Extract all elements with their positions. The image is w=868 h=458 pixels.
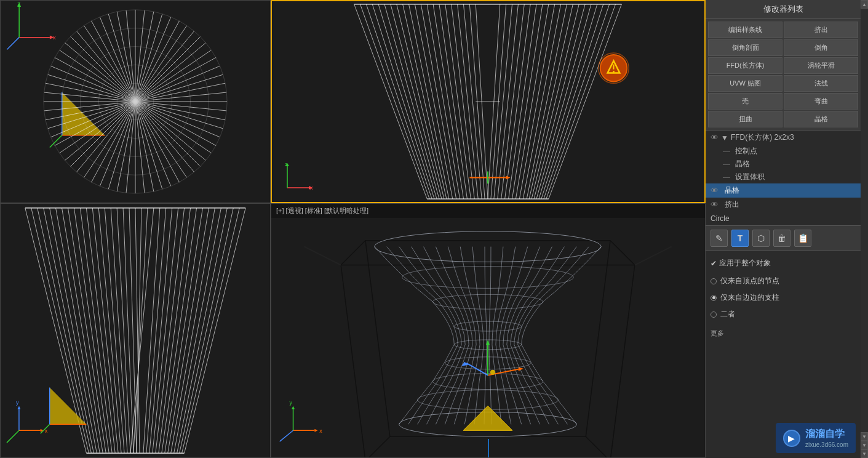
stack-item-lattice[interactable]: 👁 晶格 (706, 183, 861, 198)
mod-btn-twist[interactable]: 扭曲 (708, 111, 782, 127)
delete-icon: 🗑 (778, 233, 786, 243)
stack-item-circle[interactable]: Circle (706, 212, 861, 225)
mod-btn-uvw[interactable]: UVW 贴图 (708, 75, 782, 92)
stack-child-label-control: 控制点 (735, 146, 757, 156)
radio-both[interactable] (711, 311, 717, 318)
svg-text:x: x (319, 428, 322, 434)
copy-icon: 📋 (798, 233, 808, 243)
copy-tool-btn[interactable]: 📋 (794, 230, 811, 247)
mod-btn-ffd[interactable]: FFD(长方体) (708, 57, 782, 74)
viewport-top-right[interactable]: x z (271, 0, 706, 203)
both-label: 二者 (720, 309, 735, 319)
stack-label-lattice: 晶格 (725, 185, 739, 196)
stack-item-ffd[interactable]: 👁 ▼ FFD(长方体) 2x2x3 (706, 131, 861, 145)
radio-edges[interactable] (711, 295, 717, 301)
prop-only-edges[interactable]: 仅来自边边的支柱 (711, 291, 856, 305)
modifier-stack: 👁 ▼ FFD(长方体) 2x2x3 — 控制点 — 晶格 — 设置体积 (706, 130, 861, 226)
modifier-buttons-grid: 编辑样条线 挤出 倒角剖面 倒角 FFD(长方体) 涡轮平滑 UVW 贴图 法线… (706, 19, 861, 130)
svg-text:x: x (53, 34, 56, 41)
scroll-down-btn-2[interactable]: ▼ (861, 441, 868, 449)
edges-label: 仅来自边边的支柱 (720, 292, 779, 303)
svg-point-102 (613, 71, 615, 73)
mod-btn-shell[interactable]: 壳 (708, 93, 782, 110)
stack-label-circle: Circle (711, 214, 730, 223)
stack-child-lattice[interactable]: — 晶格 (718, 158, 861, 171)
scroll-down-btn-3[interactable]: ▼ (861, 449, 868, 458)
viewport-bottom-right[interactable]: [+] [透视] [标准] [默认明暗处理] (271, 203, 706, 458)
watermark-text-container: 溜溜自学 zixue.3d66.com (805, 428, 848, 448)
pin-tool-btn[interactable]: ✎ (711, 230, 728, 247)
panel-title: 修改器列表 (706, 0, 861, 19)
watermark-icon: ▶ (783, 430, 800, 447)
vertices-label: 仅来自顶点的节点 (720, 276, 779, 286)
viewport-bottom-left[interactable]: x y (0, 203, 271, 458)
apply-all-label: 应用于整个对象 (719, 258, 771, 268)
stack-child-set-volume[interactable]: — 设置体积 (718, 171, 861, 183)
radio-vertices[interactable] (711, 278, 717, 284)
mod-btn-extrude[interactable]: 挤出 (784, 22, 858, 38)
stack-child-control-point[interactable]: — 控制点 (718, 145, 861, 158)
svg-text:x: x (310, 185, 313, 191)
stack-item-extrude[interactable]: 👁 挤出 (706, 198, 861, 212)
eye-icon-ffd[interactable]: 👁 (711, 133, 719, 142)
checkmark-icon: ✔ (711, 259, 717, 268)
viewport-top-left[interactable]: x z (0, 0, 271, 203)
prop-apply-all: ✔ 应用于整个对象 (711, 256, 856, 270)
type-icon: T (738, 233, 743, 243)
prop-both[interactable]: 二者 (711, 307, 856, 321)
mod-btn-turbosmooth[interactable]: 涡轮平滑 (784, 57, 858, 74)
side-scrollbar: ▲ ▼ ▼ ▼ (861, 0, 868, 458)
stack-child-label-lattice: 晶格 (735, 159, 750, 169)
mod-btn-lattice[interactable]: 晶格 (784, 111, 858, 127)
scroll-up-btn[interactable]: ▲ (861, 0, 868, 9)
hex-icon: ⬡ (757, 233, 765, 243)
mod-btn-bevel[interactable]: 倒角 (784, 39, 858, 56)
viewport-label-bar: [+] [透视] [标准] [默认明暗处理] (271, 204, 705, 218)
mod-btn-normals[interactable]: 法线 (784, 75, 858, 92)
svg-text:z: z (17, 1, 20, 7)
watermark-title: 溜溜自学 (805, 428, 848, 441)
svg-text:y: y (290, 400, 293, 406)
properties-section: ✔ 应用于整个对象 仅来自顶点的节点 仅来自边边的支柱 二者 更多 (706, 251, 861, 448)
mod-btn-bevel-profile[interactable]: 倒角剖面 (708, 39, 782, 56)
expand-icon-ffd[interactable]: ▼ (721, 134, 728, 142)
svg-text:z: z (285, 163, 288, 167)
stack-label-extrude: 挤出 (725, 199, 739, 210)
stack-child-label-setvol: 设置体积 (735, 172, 765, 182)
more-label: 更多 (711, 329, 856, 338)
pin-icon: ✎ (715, 233, 723, 243)
stack-children-ffd: — 控制点 — 晶格 — 设置体积 (706, 145, 861, 183)
mod-btn-edit-spline[interactable]: 编辑样条线 (708, 22, 782, 38)
type-tool-btn[interactable]: T (731, 230, 749, 247)
svg-point-192 (490, 370, 495, 375)
mod-btn-bend[interactable]: 弯曲 (784, 93, 858, 110)
delete-tool-btn[interactable]: 🗑 (773, 230, 790, 247)
svg-text:y: y (16, 400, 19, 406)
watermark: ▶ 溜溜自学 zixue.3d66.com (776, 423, 856, 453)
right-panel: 修改器列表 编辑样条线 挤出 倒角剖面 倒角 FFD(长方体) 涡轮平滑 UVW… (706, 0, 868, 458)
viewport-controls-label: [+] [透视] [标准] [默认明暗处理] (276, 207, 368, 214)
scroll-down-btn[interactable]: ▼ (861, 432, 868, 441)
eye-icon-extrude[interactable]: 👁 (711, 200, 719, 209)
hex-tool-btn[interactable]: ⬡ (752, 230, 770, 247)
play-icon: ▶ (788, 433, 795, 443)
prop-only-vertices[interactable]: 仅来自顶点的节点 (711, 274, 856, 288)
watermark-container: ▶ 溜溜自学 zixue.3d66.com (706, 448, 861, 458)
modifier-toolbar: ✎ T ⬡ 🗑 📋 (706, 226, 861, 251)
eye-icon-lattice[interactable]: 👁 (711, 186, 719, 195)
stack-label-ffd: FFD(长方体) 2x2x3 (731, 132, 794, 143)
watermark-url: zixue.3d66.com (805, 441, 848, 448)
